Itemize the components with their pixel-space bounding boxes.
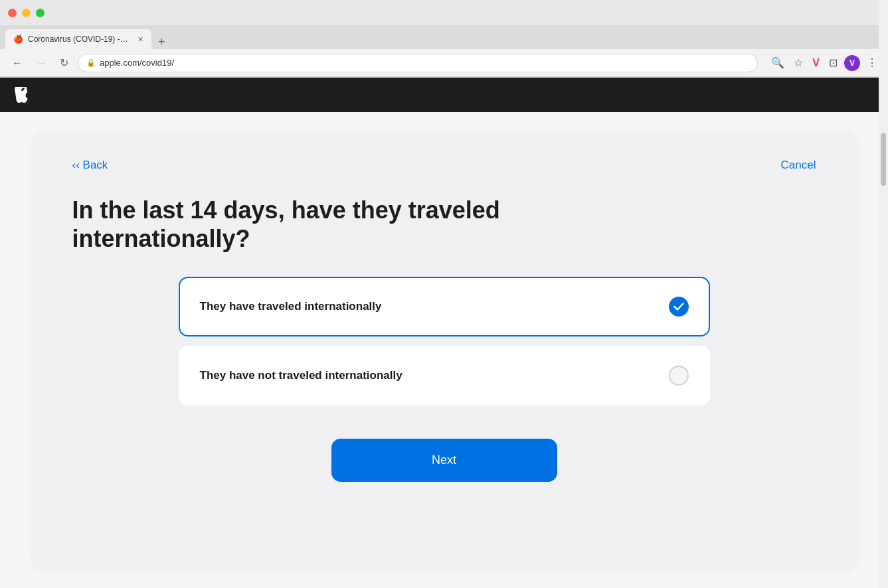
- active-tab[interactable]: 🍎 Coronavirus (COVID-19) - Apple ✕: [5, 29, 151, 49]
- back-button[interactable]: ←: [8, 54, 27, 72]
- tab-bar: 🍎 Coronavirus (COVID-19) - Apple ✕ +: [0, 25, 888, 49]
- new-tab-button[interactable]: +: [154, 35, 169, 49]
- nav-actions: 🔍 ☆ V ⊡ V ⋮: [768, 55, 880, 71]
- option-traveled-yes[interactable]: They have traveled internationally: [179, 277, 710, 336]
- main-card: ‹ ‹ Back Cancel In the last 14 days, hav…: [33, 132, 856, 569]
- option-traveled-no[interactable]: They have not traveled internationally: [179, 346, 710, 405]
- page-content: ‹ ‹ Back Cancel In the last 14 days, hav…: [0, 112, 888, 588]
- option-yes-radio: [669, 297, 689, 317]
- cancel-button[interactable]: Cancel: [781, 159, 816, 172]
- tab-favicon: 🍎: [13, 35, 23, 44]
- back-button[interactable]: ‹ ‹ Back: [72, 159, 108, 172]
- profile-avatar[interactable]: V: [844, 55, 860, 71]
- question-title: In the last 14 days, have they traveled …: [72, 196, 577, 253]
- option-no-radio: [669, 366, 689, 386]
- close-window-button[interactable]: [8, 9, 17, 17]
- scrollbar-track[interactable]: [879, 0, 888, 588]
- browser-chrome: 🍎 Coronavirus (COVID-19) - Apple ✕ + ← →…: [0, 0, 888, 78]
- apple-navbar: [0, 78, 888, 112]
- next-button[interactable]: Next: [331, 439, 557, 482]
- url-display: apple.com/covid19/: [100, 58, 749, 68]
- tab-title: Coronavirus (COVID-19) - Apple: [28, 35, 130, 44]
- next-button-container: Next: [72, 439, 816, 482]
- lock-icon: 🔒: [86, 58, 96, 67]
- maximize-window-button[interactable]: [36, 9, 44, 17]
- reload-button[interactable]: ↻: [56, 54, 72, 72]
- navigation-bar: ← → ↻ 🔒 apple.com/covid19/ 🔍 ☆ V ⊡ V ⋮: [0, 49, 888, 77]
- forward-button[interactable]: →: [32, 54, 50, 72]
- search-icon[interactable]: 🔍: [768, 55, 787, 70]
- card-navigation: ‹ ‹ Back Cancel: [72, 159, 816, 172]
- tab-close-icon[interactable]: ✕: [137, 35, 143, 44]
- menu-icon[interactable]: ⋮: [864, 55, 880, 70]
- option-yes-label: They have traveled internationally: [200, 300, 382, 313]
- scrollbar-thumb[interactable]: [881, 133, 886, 186]
- minimize-window-button[interactable]: [22, 9, 31, 17]
- window-controls: [8, 9, 44, 17]
- vivaldi-icon[interactable]: V: [810, 56, 822, 70]
- title-bar: [0, 0, 888, 25]
- apple-logo-svg: [15, 87, 28, 103]
- cast-icon[interactable]: ⊡: [826, 55, 840, 70]
- back-label: ‹ Back: [76, 159, 108, 172]
- bookmark-icon[interactable]: ☆: [791, 55, 806, 70]
- option-no-label: They have not traveled internationally: [200, 369, 402, 382]
- options-container: They have traveled internationally They …: [179, 277, 710, 405]
- address-bar[interactable]: 🔒 apple.com/covid19/: [78, 54, 758, 72]
